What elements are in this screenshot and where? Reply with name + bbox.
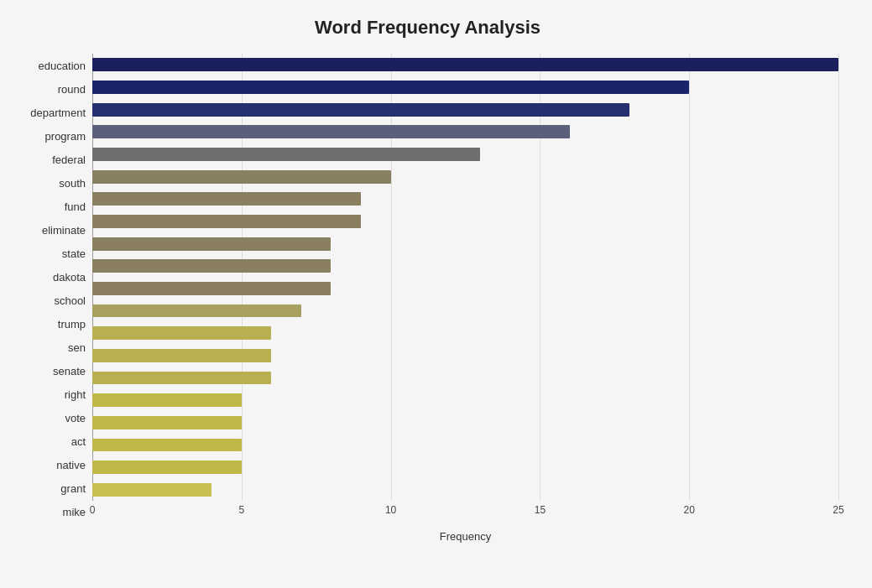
chart-area: educationrounddepartmentprogramfederalso… <box>17 54 838 524</box>
bar-row-eliminate <box>92 211 838 233</box>
y-label-department: department <box>30 101 86 124</box>
y-label-school: school <box>54 289 86 312</box>
y-label-mike: mike <box>63 501 86 524</box>
bar-native <box>92 439 242 452</box>
bar-grant <box>92 461 242 474</box>
chart-title: Word Frequency Analysis <box>17 17 838 39</box>
y-label-act: act <box>71 430 86 454</box>
bar-row-south <box>92 165 838 188</box>
bar-row-mike <box>92 478 838 501</box>
x-tick-5: 5 <box>238 504 244 516</box>
y-label-native: native <box>56 454 86 477</box>
bar-department <box>92 103 629 117</box>
y-label-vote: vote <box>65 407 86 430</box>
bar-program <box>92 125 570 138</box>
y-label-round: round <box>58 77 86 101</box>
bar-dakota <box>92 259 331 273</box>
bar-row-education <box>92 54 838 76</box>
bar-row-native <box>92 434 838 456</box>
bar-row-school <box>92 278 838 300</box>
y-label-senate: senate <box>53 360 86 383</box>
bars-inner: Frequency 0510152025 <box>92 54 838 524</box>
y-label-federal: federal <box>52 148 86 171</box>
bar-trump <box>92 304 301 318</box>
bar-fund <box>92 192 361 206</box>
bar-row-trump <box>92 299 838 322</box>
bar-eliminate <box>92 215 361 228</box>
y-label-trump: trump <box>58 313 86 336</box>
bar-row-right <box>92 367 838 389</box>
x-tick-0: 0 <box>90 504 96 516</box>
y-label-dakota: dakota <box>53 265 86 289</box>
bar-act <box>92 416 242 429</box>
y-label-south: south <box>59 171 86 195</box>
bar-row-act <box>92 412 838 434</box>
x-tick-10: 10 <box>385 504 396 516</box>
y-axis: educationrounddepartmentprogramfederalso… <box>17 54 92 524</box>
y-label-state: state <box>62 242 86 265</box>
y-label-eliminate: eliminate <box>42 218 86 242</box>
bar-south <box>92 170 391 184</box>
bar-row-state <box>92 232 838 255</box>
bar-round <box>92 81 689 94</box>
bar-row-grant <box>92 456 838 479</box>
x-tick-25: 25 <box>833 504 843 516</box>
bar-row-fund <box>92 188 838 211</box>
bar-education <box>92 58 838 71</box>
bars-area: Frequency 0510152025 <box>92 54 838 524</box>
bar-sen <box>92 326 271 340</box>
bar-row-senate <box>92 345 838 367</box>
y-label-sen: sen <box>68 336 86 360</box>
bar-row-sen <box>92 322 838 345</box>
x-axis-label: Frequency <box>440 530 491 543</box>
bar-row-round <box>92 76 838 99</box>
y-label-education: education <box>39 54 86 77</box>
y-label-right: right <box>65 383 86 407</box>
bar-row-department <box>92 98 838 121</box>
x-tick-20: 20 <box>684 504 695 516</box>
y-label-fund: fund <box>65 195 86 218</box>
bar-state <box>92 237 331 251</box>
bar-federal <box>92 148 480 161</box>
bar-row-dakota <box>92 255 838 278</box>
bar-row-federal <box>92 143 838 166</box>
bar-mike <box>92 483 211 497</box>
bar-senate <box>92 349 271 362</box>
bar-school <box>92 282 331 295</box>
y-label-grant: grant <box>60 477 86 501</box>
bar-right <box>92 372 271 385</box>
bar-row-vote <box>92 389 838 412</box>
grid-line-25 <box>838 54 839 501</box>
chart-container: Word Frequency Analysis educationroundde… <box>0 0 872 588</box>
bar-vote <box>92 393 242 407</box>
bars-rows <box>92 54 838 501</box>
bar-row-program <box>92 121 838 143</box>
x-tick-15: 15 <box>535 504 546 516</box>
x-axis: Frequency 0510152025 <box>92 501 838 524</box>
y-label-program: program <box>45 124 86 148</box>
